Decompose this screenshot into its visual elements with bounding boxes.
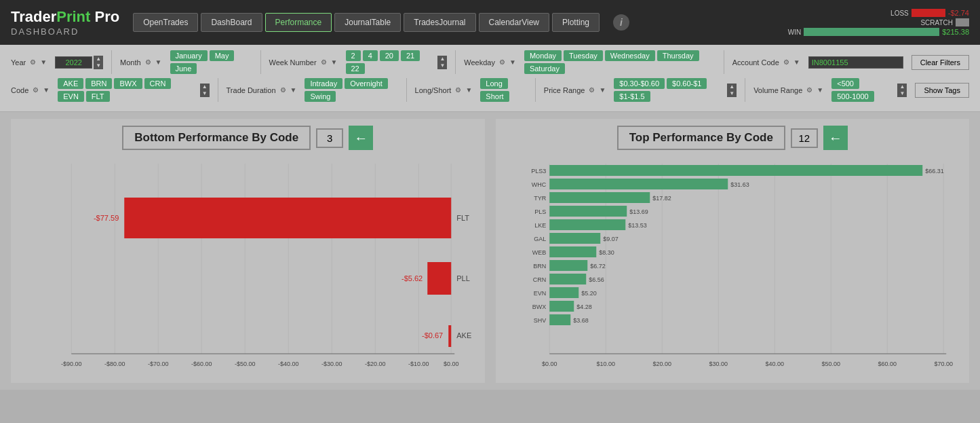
longshort-filter-icon[interactable]: ⚙ [455,86,461,94]
month-tag-jun[interactable]: June [170,63,197,74]
weekday-filter-icon[interactable]: ⚙ [499,58,505,66]
dur-intraday[interactable]: Intraday [305,78,342,89]
price-filter-icon[interactable]: ⚙ [589,86,595,94]
weekday-tue[interactable]: Tuesday [564,50,603,61]
code-flt[interactable]: FLT [86,91,110,102]
week-sort-icon[interactable]: ▼ [331,58,338,66]
top-chart-svg: PLS3 $66.31 WHC $31.63 TYR $17.82 PLS $1… [496,157,970,381]
vol-1[interactable]: <500 [831,78,859,89]
year-up[interactable]: ▲ [94,56,103,62]
vol-down[interactable]: ▼ [897,90,907,97]
account-filter: Account Code ⚙ ▼ [732,58,800,67]
duration-filter-icon[interactable]: ⚙ [280,86,286,94]
duration-sort-icon[interactable]: ▼ [290,86,297,94]
account-input[interactable] [808,56,903,69]
bar-shv [549,314,570,325]
weekday-mon[interactable]: Monday [524,50,562,61]
longshort-sort-icon[interactable]: ▼ [465,86,472,94]
ls-short[interactable]: Short [480,91,509,102]
header: TraderPrint Pro DASHBOARD OpenTrades Das… [0,0,980,45]
nav-calendarview[interactable]: CalendarView [479,13,550,32]
price-2[interactable]: $0.60-$1 [667,78,707,89]
nav-performance[interactable]: Performance [265,13,332,32]
price-3[interactable]: $1-$1.5 [614,91,650,102]
code-evn[interactable]: EVN [58,91,84,102]
bottom-chart-num[interactable] [316,128,343,148]
account-sort-icon[interactable]: ▼ [793,58,800,66]
top-chart-arrow[interactable]: ← [823,126,848,150]
logo-block: TraderPrint Pro DASHBOARD [11,8,119,36]
bottom-chart-arrow[interactable]: ← [349,126,373,150]
week-tag-21[interactable]: 21 [401,50,420,61]
nav-plotting[interactable]: Plotting [552,13,600,32]
top-chart-num[interactable] [791,128,818,148]
show-tags-button[interactable]: Show Tags [915,83,969,98]
week-up[interactable]: ▲ [437,56,447,62]
dur-overnight[interactable]: Overnight [345,78,388,89]
top-xaxis-4: $40.00 [765,361,784,367]
longshort-tags: Long Short [480,78,527,102]
week-tag-4[interactable]: 4 [363,50,378,61]
info-icon[interactable]: i [613,14,629,31]
week-tag-22[interactable]: 22 [346,63,365,74]
weekday-sort-icon[interactable]: ▼ [509,58,516,66]
bottom-chart: Bottom Performance By Code ← -$77.59 [11,119,485,383]
volume-filter-icon[interactable]: ⚙ [806,86,812,94]
divider-3 [455,50,456,74]
price-sort-icon[interactable]: ▼ [599,86,606,94]
code-brn: BRN [533,263,546,270]
weekday-label: Weekday [464,58,495,67]
code-brn[interactable]: BRN [85,78,112,89]
code-ake[interactable]: AKE [58,78,83,89]
dur-swing[interactable]: Swing [305,91,336,102]
filter-row-1: Year ⚙ ▼ ▲ ▼ Month ⚙ ▼ January May June … [11,50,969,74]
nav-journaltable[interactable]: JournalTable [334,13,401,32]
year-sort-icon[interactable]: ▼ [40,58,47,66]
code-sort-icon[interactable]: ▼ [43,86,50,94]
price-down[interactable]: ▼ [727,90,737,97]
nav-tradesjournal[interactable]: TradesJournal [404,13,475,32]
week-filter-icon[interactable]: ⚙ [321,58,327,66]
year-input[interactable] [55,56,92,69]
code-bwx[interactable]: BWX [114,78,142,89]
val-pls3: $66.31 [925,168,944,174]
ls-long[interactable]: Long [480,78,507,89]
xaxis-2: -$70.00 [148,361,169,367]
week-label: Week Number [269,58,316,67]
bar-pls3 [549,165,922,176]
month-tag-may[interactable]: May [210,50,235,61]
bar-flt [124,198,451,238]
vol-2[interactable]: 500-1000 [831,91,874,102]
year-down[interactable]: ▼ [94,62,103,69]
nav-dashboard[interactable]: DashBoard [201,13,262,32]
code-stepper-group: ▲ ▼ [200,84,210,97]
weekday-wed[interactable]: Wednesday [605,50,655,61]
account-filter-icon[interactable]: ⚙ [783,58,789,66]
week-tag-2[interactable]: 2 [346,50,361,61]
price-up[interactable]: ▲ [727,84,737,90]
code-down[interactable]: ▼ [200,90,210,97]
month-sort-icon[interactable]: ▼ [155,58,162,66]
month-tag-jan[interactable]: January [170,50,208,61]
week-down[interactable]: ▼ [437,62,447,69]
code-filter-icon[interactable]: ⚙ [33,86,39,94]
bar-brn [549,260,587,271]
bar-pll [427,262,451,295]
year-filter-icon[interactable]: ⚙ [30,58,36,66]
val-shv: $3.68 [573,317,589,324]
divider-5 [218,78,218,102]
longshort-label: Long/Short [415,86,452,94]
month-tags: January May June [170,50,252,74]
week-tag-20[interactable]: 20 [380,50,399,61]
weekday-sat[interactable]: Saturday [524,63,565,74]
code-up[interactable]: ▲ [200,84,210,90]
clear-filters-button[interactable]: Clear Filters [912,55,969,70]
weekday-thu[interactable]: Thursday [657,50,699,61]
price-1[interactable]: $0.30-$0.60 [614,78,665,89]
logo: TraderPrint Pro [11,8,119,26]
nav-opentrades[interactable]: OpenTrades [133,13,198,32]
volume-sort-icon[interactable]: ▼ [817,86,823,94]
code-crn[interactable]: CRN [144,78,172,89]
month-filter-icon[interactable]: ⚙ [145,58,151,66]
vol-up[interactable]: ▲ [897,84,907,90]
